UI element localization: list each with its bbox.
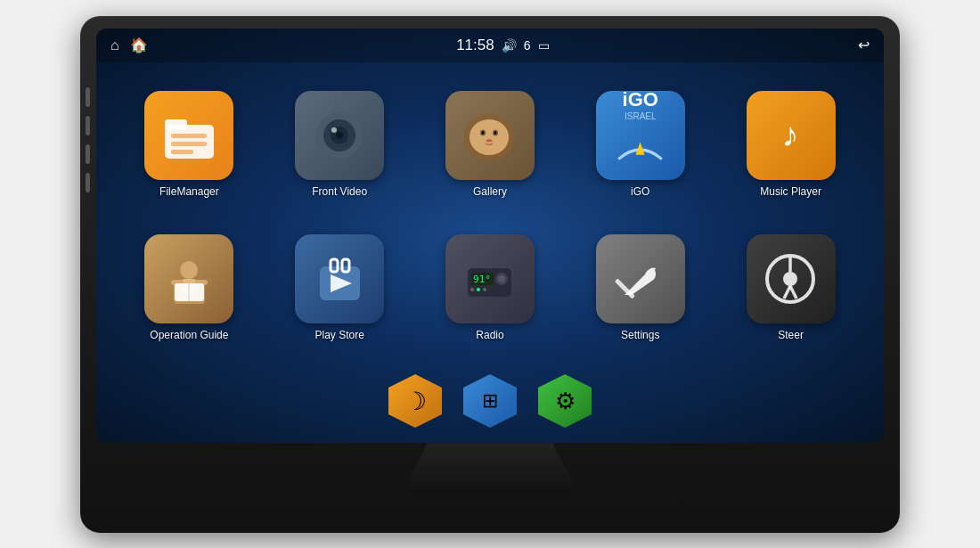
device-stand — [401, 443, 579, 496]
svg-rect-1 — [165, 119, 187, 130]
app-label-igo: iGO — [631, 185, 649, 198]
app-grid: FileManager Front Video — [96, 62, 884, 367]
app-item-play-store[interactable]: Play Store — [265, 217, 415, 360]
moon-icon: ☽ — [404, 387, 427, 416]
app-icon-steer — [747, 234, 836, 323]
app-item-file-manager[interactable]: FileManager — [114, 73, 265, 217]
igo-sub: ISRAEL — [625, 111, 657, 121]
app-label-op-guide: Operation Guide — [150, 329, 228, 341]
back-icon[interactable]: ↩ — [858, 37, 870, 53]
app-icon-front-video — [295, 91, 384, 180]
device-shell: ⌂ 🏠 11:58 🔊 6 ▭ ↩ — [80, 16, 900, 533]
app-item-settings[interactable]: Settings — [565, 217, 715, 360]
power-button[interactable] — [86, 87, 90, 107]
svg-rect-4 — [171, 150, 193, 154]
svg-point-8 — [336, 132, 343, 139]
svg-point-36 — [477, 288, 480, 291]
svg-marker-17 — [636, 142, 645, 155]
svg-text:♪: ♪ — [782, 116, 799, 153]
igo-text: iGO — [623, 91, 658, 110]
svg-point-9 — [331, 127, 337, 133]
recents-icon[interactable]: 🏠 — [130, 37, 148, 53]
app-icon-igo: iGO ISRAEL — [596, 91, 685, 180]
settings-icon: ⚙ — [555, 388, 576, 415]
svg-point-15 — [482, 131, 485, 135]
status-right: ↩ — [858, 37, 870, 53]
volume-icon: 🔊 — [502, 38, 517, 53]
app-icon-gallery — [445, 91, 535, 180]
app-label-radio: Radio — [476, 329, 503, 341]
status-bar: ⌂ 🏠 11:58 🔊 6 ▭ ↩ — [96, 29, 884, 62]
app-item-steer[interactable]: Steer — [715, 217, 866, 360]
dock-app-drawer[interactable]: ⊞ — [463, 374, 517, 428]
svg-rect-3 — [171, 142, 207, 146]
app-item-front-video[interactable]: Front Video — [265, 73, 415, 217]
app-icon-op-guide — [144, 234, 233, 323]
app-label-file-manager: FileManager — [159, 185, 219, 198]
svg-text:91°: 91° — [474, 274, 492, 285]
app-icon-play-store — [295, 234, 384, 323]
svg-point-20 — [180, 261, 198, 279]
clock: 11:58 — [456, 37, 494, 54]
svg-point-34 — [498, 275, 505, 282]
app-item-radio[interactable]: 91° Radio — [415, 217, 566, 360]
app-label-music: Music Player — [760, 185, 821, 198]
app-item-igo[interactable]: iGO ISRAEL iGO — [565, 73, 715, 217]
app-label-front-video: Front Video — [312, 185, 367, 198]
svg-rect-2 — [171, 134, 207, 138]
app-item-music[interactable]: ♪ Music Player — [715, 73, 866, 217]
app-label-steer: Steer — [778, 329, 804, 341]
apps-icon: ⊞ — [482, 389, 498, 413]
status-left: ⌂ 🏠 — [110, 37, 148, 53]
volume-down-button[interactable] — [86, 144, 90, 164]
side-button-4[interactable] — [86, 173, 90, 192]
svg-point-12 — [470, 119, 509, 155]
status-center: 11:58 🔊 6 ▭ — [456, 37, 549, 54]
svg-line-42 — [784, 286, 790, 299]
home-icon[interactable]: ⌂ — [110, 37, 119, 53]
app-icon-music: ♪ — [747, 91, 836, 180]
side-buttons — [86, 87, 90, 192]
svg-line-43 — [790, 286, 796, 299]
battery-icon: ▭ — [538, 38, 550, 53]
svg-point-16 — [494, 131, 497, 135]
app-icon-settings — [596, 234, 685, 323]
screen-bezel: ⌂ 🏠 11:58 🔊 6 ▭ ↩ — [96, 29, 884, 443]
dock-quick-settings[interactable]: ⚙ — [538, 374, 592, 428]
app-icon-file-manager — [144, 91, 233, 180]
dock-night-mode[interactable]: ☽ — [388, 374, 442, 428]
bottom-dock: ☽ ⊞ ⚙ — [96, 367, 884, 443]
app-item-gallery[interactable]: Gallery — [415, 73, 566, 217]
screen: ⌂ 🏠 11:58 🔊 6 ▭ ↩ — [96, 29, 884, 443]
app-label-settings: Settings — [621, 329, 659, 341]
svg-point-40 — [783, 272, 797, 286]
volume-level: 6 — [524, 38, 531, 53]
volume-up-button[interactable] — [86, 116, 90, 135]
app-icon-radio: 91° — [445, 234, 535, 323]
app-item-op-guide[interactable]: Operation Guide — [114, 217, 265, 360]
app-label-play-store: Play Store — [315, 329, 364, 341]
svg-point-35 — [470, 288, 474, 291]
svg-point-37 — [483, 288, 486, 291]
app-label-gallery: Gallery — [473, 185, 507, 198]
